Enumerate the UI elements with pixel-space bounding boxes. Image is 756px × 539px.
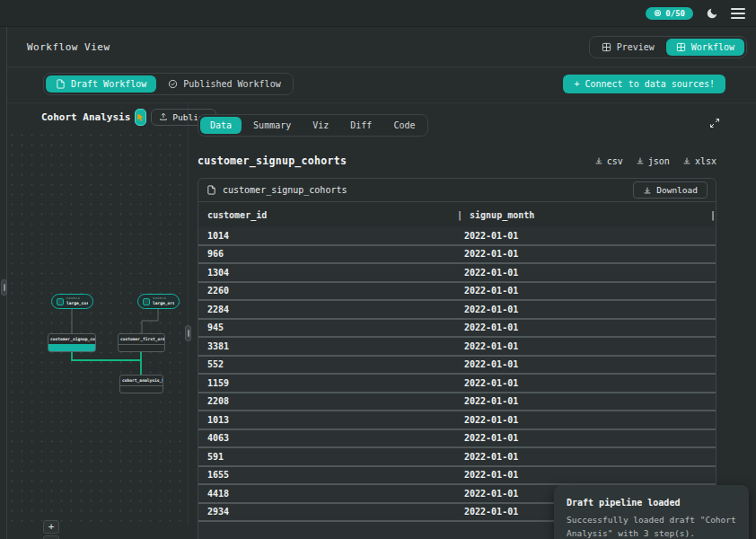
- page-title: Workflow View: [27, 41, 110, 53]
- table-row[interactable]: 33812022-01-01: [198, 338, 716, 357]
- table-card-header: customer_signup_cohorts Download: [198, 179, 716, 202]
- tab-summary[interactable]: Summary: [243, 117, 301, 134]
- inspector-panel: Data Summary Viz Diff Code cust: [189, 103, 756, 526]
- workflow-toolbar: Draft Workflow Published Workflow + Conn…: [7, 67, 756, 103]
- tab-diff[interactable]: Diff: [340, 117, 382, 134]
- dataset-title: customer_signup_cohorts: [198, 155, 347, 167]
- column-separator[interactable]: |: [710, 210, 716, 220]
- pipeline-header: Cohort Analysis: [7, 103, 188, 130]
- download-icon: [643, 186, 652, 195]
- table-row[interactable]: 40632022-01-01: [198, 430, 716, 449]
- table-row[interactable]: 10132022-01-01: [198, 411, 716, 430]
- table-row[interactable]: 10142022-01-01: [198, 227, 716, 246]
- node-cohort-analysis-base[interactable]: cohort_analysis_base: [119, 375, 163, 393]
- cursor-icon: [136, 112, 145, 122]
- grid-icon: [602, 42, 611, 52]
- table-row[interactable]: 22842022-01-01: [198, 301, 716, 320]
- table-card-title: customer_signup_cohorts: [223, 185, 627, 195]
- table-row[interactable]: 5522022-01-01: [198, 357, 716, 376]
- download-icon: [682, 156, 691, 165]
- preview-button[interactable]: Preview: [592, 39, 664, 56]
- edges-svg: [7, 130, 187, 526]
- export-csv-button[interactable]: csv: [594, 156, 623, 166]
- view-header: Workflow View Preview: [7, 27, 756, 67]
- source-icon: [143, 298, 150, 305]
- published-workflow-tab[interactable]: Published Workflow: [158, 75, 290, 93]
- menu-button[interactable]: [731, 8, 745, 19]
- table-row[interactable]: 9662022-01-01: [198, 246, 716, 265]
- export-xlsx-button[interactable]: xlsx: [682, 156, 716, 166]
- node-large-customers[interactable]: SOURCE large_customers: [51, 294, 93, 309]
- app-window: 0/50 Workflow View: [0, 0, 756, 539]
- table-row[interactable]: 16552022-01-01: [198, 467, 716, 486]
- table-header: customer_id | signup_month |: [198, 202, 716, 227]
- upload-icon: [159, 112, 168, 121]
- draft-workflow-tab[interactable]: Draft Workflow: [46, 75, 156, 93]
- node-customer-signup-cohorts[interactable]: customer_signup_cohorts: [48, 333, 96, 352]
- dataset-row: customer_signup_cohorts csv: [198, 155, 716, 167]
- panel-resize-handle-left[interactable]: [1, 279, 7, 296]
- panel-resize-handle-middle[interactable]: [185, 325, 191, 341]
- credits-icon: [654, 9, 662, 17]
- source-icon: [57, 298, 64, 305]
- plus-icon: +: [574, 79, 579, 89]
- content-row: Cohort Analysis: [7, 103, 756, 526]
- credits-count: 0/50: [665, 9, 685, 18]
- hamburger-icon: [731, 8, 745, 19]
- expand-icon: [709, 118, 720, 128]
- toast-title: Draft pipeline loaded: [567, 498, 736, 508]
- download-icon: [636, 156, 645, 165]
- pipeline-title: Cohort Analysis: [41, 111, 130, 123]
- tab-data[interactable]: Data: [200, 117, 242, 134]
- inspector-tabs-row: Data Summary Viz Diff Code: [198, 114, 716, 137]
- inspector-tabs: Data Summary Viz Diff Code: [198, 114, 428, 137]
- table-row[interactable]: 22602022-01-01: [198, 283, 716, 302]
- document-icon: [207, 185, 216, 195]
- node-large-orders[interactable]: SOURCE large_orders: [137, 294, 180, 309]
- table-row[interactable]: 22082022-01-01: [198, 393, 716, 412]
- pipeline-canvas[interactable]: SOURCE large_customers SOURCE large_orde…: [7, 130, 187, 526]
- pipeline-panel: Cohort Analysis: [7, 103, 189, 526]
- export-buttons: csv json: [594, 156, 716, 166]
- main-area: Workflow View Preview: [0, 27, 756, 539]
- column-header-signup-month[interactable]: signup_month: [462, 210, 710, 220]
- zoom-controls: + − ⊡: [43, 520, 59, 539]
- zoom-out-button[interactable]: −: [43, 535, 59, 539]
- draft-published-switch: Draft Workflow Published Workflow: [43, 73, 294, 95]
- toast-body: Successfully loaded draft "Cohort Analys…: [567, 514, 736, 539]
- moon-icon: [706, 7, 718, 20]
- export-json-button[interactable]: json: [636, 156, 670, 166]
- workflow-button[interactable]: Workflow: [666, 39, 744, 56]
- grid-icon: [676, 42, 686, 52]
- zoom-in-button[interactable]: +: [43, 520, 59, 534]
- topbar: 0/50: [0, 0, 756, 27]
- maximize-button[interactable]: [709, 118, 720, 128]
- table-row[interactable]: 9452022-01-01: [198, 320, 716, 339]
- file-icon: [56, 79, 66, 89]
- check-circle-icon: [168, 79, 178, 89]
- download-button[interactable]: Download: [633, 181, 708, 199]
- toast[interactable]: Draft pipeline loaded Successfully loade…: [554, 485, 749, 539]
- theme-toggle-button[interactable]: [706, 7, 718, 20]
- view-mode-switch: Preview Workflow: [589, 36, 747, 58]
- connect-data-sources-button[interactable]: + Connect to data sources!: [563, 75, 725, 93]
- node-customer-first-order[interactable]: customer_first_order: [118, 333, 165, 352]
- tab-code[interactable]: Code: [383, 117, 425, 134]
- pointer-mode-button[interactable]: [135, 109, 146, 126]
- table-row[interactable]: 13042022-01-01: [198, 264, 716, 283]
- download-icon: [594, 156, 603, 165]
- column-header-customer-id[interactable]: customer_id: [198, 210, 457, 220]
- table-row[interactable]: 5912022-01-01: [198, 448, 716, 467]
- credits-badge[interactable]: 0/50: [646, 7, 693, 20]
- tab-viz[interactable]: Viz: [303, 117, 338, 134]
- table-row[interactable]: 11592022-01-01: [198, 375, 716, 393]
